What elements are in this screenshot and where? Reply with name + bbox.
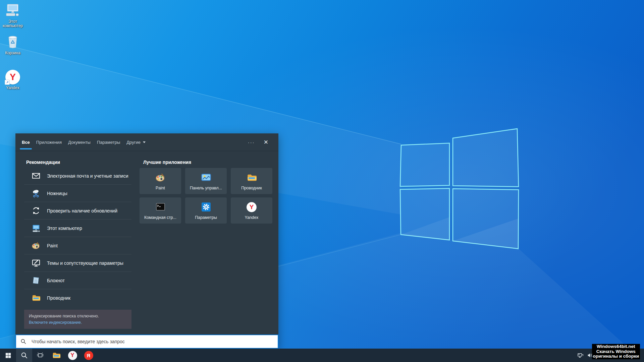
list-item-explorer[interactable]: Проводник <box>24 289 131 306</box>
file-explorer-button[interactable] <box>48 349 64 362</box>
desktop-icon-label: Yandex <box>6 86 19 90</box>
list-item-themes[interactable]: Темы и сопутствующие параметры <box>24 254 131 272</box>
mail-icon <box>32 171 41 180</box>
folder-icon <box>32 293 41 302</box>
search-box <box>15 335 278 349</box>
indexing-notice-text: Индексирование поиска отключено. <box>29 314 127 318</box>
list-item-check-updates[interactable]: Проверить наличие обновлений <box>24 202 131 219</box>
notepad-icon <box>32 276 41 285</box>
list-item-paint[interactable]: Paint <box>24 237 131 254</box>
this-pc-icon <box>5 2 20 18</box>
top-apps-section: Лучшие приложения <box>140 151 272 335</box>
watermark-line: Windows64bit.net <box>593 344 639 349</box>
more-options-icon[interactable]: ··· <box>246 138 257 146</box>
top-apps-grid: Paint Панель управл... <box>140 168 272 224</box>
shortcut-arrow-icon: ↗ <box>5 80 10 85</box>
enable-indexing-link[interactable]: Включите индексирование. <box>29 320 127 325</box>
tile-yandex[interactable]: Y Yandex <box>231 197 272 224</box>
tile-paint[interactable]: Paint <box>140 168 181 194</box>
update-icon <box>32 206 41 215</box>
watermark-line: Скачать Windows <box>593 349 639 354</box>
recommendations-title: Рекомендации <box>24 160 131 165</box>
desktop-icon-label: Корзина <box>5 51 20 55</box>
paint-icon <box>32 241 41 250</box>
watermark: Windows64bit.net Скачать Windows оригина… <box>592 344 640 359</box>
top-apps-title: Лучшие приложения <box>140 160 272 165</box>
indexing-notice: Индексирование поиска отключено. Включит… <box>24 310 131 329</box>
taskbar: Y Я <box>0 349 644 362</box>
task-view-icon <box>37 352 44 359</box>
chevron-down-icon <box>143 141 146 143</box>
taskbar-search-button[interactable] <box>16 349 32 362</box>
themes-icon <box>32 258 41 267</box>
list-item-notepad[interactable]: Блокнот <box>24 272 131 289</box>
tile-explorer[interactable]: Проводник <box>231 168 272 194</box>
tab-documents[interactable]: Документы <box>68 133 91 151</box>
search-icon <box>20 339 26 345</box>
start-button[interactable] <box>0 349 16 362</box>
yandex-browser-icon: Y <box>68 351 77 360</box>
settings-gear-icon <box>201 201 211 213</box>
cmd-icon <box>155 201 166 213</box>
search-input[interactable] <box>31 339 278 345</box>
search-panel: Все Приложения Документы Параметры Други… <box>15 133 278 349</box>
tile-control-panel[interactable]: Панель управл... <box>185 168 227 194</box>
list-item-this-pc[interactable]: Этот компьютер <box>24 219 131 237</box>
tab-apps[interactable]: Приложения <box>36 133 62 151</box>
tab-all[interactable]: Все <box>22 133 30 151</box>
yandex-icon: Я <box>84 351 93 360</box>
control-panel-icon <box>201 172 211 183</box>
this-pc-icon <box>32 224 41 233</box>
desktop-icon-recycle-bin[interactable]: Корзина <box>1 34 25 55</box>
yandex-browser-button[interactable]: Y <box>64 349 80 362</box>
list-item-snipping-tool[interactable]: Ножницы <box>24 184 131 202</box>
desktop-icon-label: Этот компьютер <box>1 19 25 28</box>
snipping-tool-icon <box>32 189 41 198</box>
tile-settings[interactable]: Параметры <box>185 197 227 224</box>
yandex-browser-icon: Y <box>247 201 257 213</box>
paint-icon <box>155 172 166 183</box>
recycle-bin-icon <box>5 34 20 50</box>
watermark-line: оригиналы и сборки <box>593 354 639 359</box>
list-item-mail[interactable]: Электронная почта и учетные записи <box>24 167 131 184</box>
tab-settings[interactable]: Параметры <box>97 133 120 151</box>
recommendations-section: Рекомендации Электронная почта и учетные… <box>24 151 131 335</box>
tile-cmd[interactable]: Командная стр... <box>140 197 181 224</box>
close-icon[interactable]: ✕ <box>262 138 270 146</box>
yandex-app-button[interactable]: Я <box>80 349 97 362</box>
system-tray <box>577 349 593 362</box>
recommendations-list: Электронная почта и учетные записи <box>24 167 131 306</box>
tab-more[interactable]: Другие <box>126 133 146 151</box>
folder-icon <box>247 172 257 183</box>
task-view-button[interactable] <box>32 349 48 362</box>
file-explorer-icon <box>52 351 61 360</box>
yandex-browser-icon: Y ↗ <box>5 68 20 84</box>
panel-body: Рекомендации Электронная почта и учетные… <box>15 151 278 335</box>
search-icon <box>21 352 28 359</box>
desktop-icon-this-pc[interactable]: Этот компьютер <box>1 2 25 28</box>
start-icon <box>5 353 11 358</box>
network-icon[interactable] <box>577 352 584 359</box>
tab-bar: Все Приложения Документы Параметры Други… <box>15 133 278 151</box>
desktop-icon-yandex[interactable]: Y ↗ Yandex <box>1 68 25 90</box>
